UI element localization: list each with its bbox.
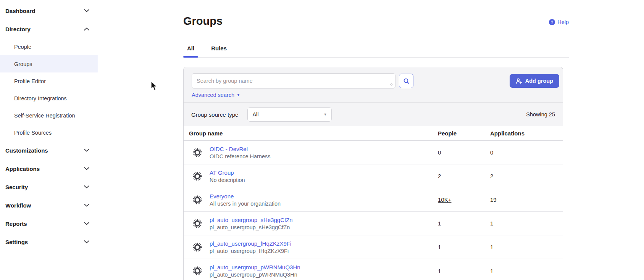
main-content: Groups ? Help All Rules — [98, 0, 644, 280]
help-label: Help — [557, 19, 569, 25]
table-header: Group name People Applications — [184, 126, 563, 141]
sidebar-item-security[interactable]: Security — [0, 178, 98, 196]
sidebar-item-directory[interactable]: Directory — [0, 20, 98, 38]
resize-handle-icon[interactable] — [389, 82, 393, 86]
applications-count: 1 — [490, 220, 563, 227]
add-group-button[interactable]: Add group — [510, 74, 559, 88]
tab-bar: All Rules — [183, 43, 569, 58]
sidebar-item-dashboard[interactable]: Dashboard — [0, 2, 98, 20]
column-header-applications: Applications — [490, 130, 563, 137]
sidebar-item-settings[interactable]: Settings — [0, 233, 98, 251]
sidebar-item-label: Customizations — [5, 147, 48, 154]
groups-table: Group name People Applications OIDC - De… — [184, 126, 563, 280]
table-row: pl_auto_usergroup_pWRNMuQ3Hn pl_auto_use… — [184, 259, 563, 280]
app-window: Dashboard Directory People Groups Profil… — [0, 0, 644, 280]
group-icon — [192, 242, 203, 253]
search-icon — [403, 78, 410, 84]
caret-down-icon: ▼ — [323, 113, 327, 116]
group-source-type-label: Group source type — [191, 111, 238, 118]
people-count: 2 — [438, 173, 490, 179]
tab-all[interactable]: All — [183, 43, 198, 57]
applications-count: 1 — [490, 268, 563, 274]
applications-count: 0 — [490, 149, 563, 156]
caret-down-icon: ▼ — [237, 93, 240, 97]
group-icon — [192, 171, 203, 182]
people-count: 1 — [438, 220, 490, 227]
help-link[interactable]: ? Help — [549, 19, 569, 25]
advanced-search-label: Advanced search — [192, 92, 234, 98]
sidebar-item-label: Settings — [5, 239, 28, 245]
chevron-down-icon — [84, 167, 89, 170]
sidebar-item-customizations[interactable]: Customizations — [0, 141, 98, 159]
chevron-down-icon — [84, 185, 89, 188]
people-count: 1 — [438, 244, 490, 250]
group-description: pl_auto_usergroup_fHqZKzX9Fi — [210, 248, 291, 254]
group-name-link[interactable]: pl_auto_usergroup_sHe3ggCfZn — [210, 217, 293, 223]
sidebar-item-label: Dashboard — [5, 8, 35, 14]
add-group-label: Add group — [525, 78, 553, 84]
table-row: pl_auto_usergroup_sHe3ggCfZn pl_auto_use… — [184, 212, 563, 235]
group-name-link[interactable]: pl_auto_usergroup_fHqZKzX9Fi — [210, 240, 291, 247]
group-name-link[interactable]: OIDC - DevRel — [210, 146, 271, 152]
group-icon — [192, 195, 203, 205]
chevron-up-icon — [84, 27, 89, 31]
chevron-down-icon — [84, 9, 89, 12]
group-description: OIDC reference Harness — [210, 153, 271, 159]
table-row: AT Group No description 2 2 — [184, 164, 563, 188]
group-source-type-select[interactable]: All ▼ — [247, 107, 332, 122]
column-header-group-name: Group name — [184, 130, 438, 137]
sidebar-item-label: Workflow — [5, 202, 31, 209]
help-question-icon: ? — [549, 19, 555, 25]
sidebar-item-profile-editor[interactable]: Profile Editor — [0, 72, 98, 90]
sidebar-item-reports[interactable]: Reports — [0, 214, 98, 233]
filter-bar: Group source type All ▼ Showing 25 — [184, 102, 563, 126]
add-person-icon — [516, 78, 522, 84]
sidebar: Dashboard Directory People Groups Profil… — [0, 0, 98, 280]
chevron-down-icon — [84, 222, 89, 225]
people-count: 1 — [438, 268, 490, 274]
advanced-search-link[interactable]: Advanced search ▼ — [192, 92, 240, 98]
sidebar-item-applications[interactable]: Applications — [0, 159, 98, 178]
search-section: Add group Advanced search ▼ — [184, 67, 563, 102]
sidebar-item-self-service-registration[interactable]: Self-Service Registration — [0, 107, 98, 124]
showing-count: Showing 25 — [526, 111, 555, 117]
table-row: OIDC - DevRel OIDC reference Harness 0 0 — [184, 141, 563, 164]
group-description: All users in your organization — [210, 201, 281, 207]
sidebar-item-workflow[interactable]: Workflow — [0, 196, 98, 214]
applications-count: 19 — [490, 196, 563, 203]
table-row: pl_auto_usergroup_fHqZKzX9Fi pl_auto_use… — [184, 235, 563, 259]
people-count-link[interactable]: 10K+ — [438, 196, 490, 203]
select-value: All — [252, 111, 258, 117]
groups-panel: Add group Advanced search ▼ Group source… — [183, 67, 563, 280]
group-icon — [192, 266, 203, 276]
chevron-down-icon — [84, 240, 89, 243]
sidebar-item-label: Applications — [5, 166, 40, 172]
group-description: pl_auto_usergroup_sHe3ggCfZn — [210, 224, 293, 230]
search-input[interactable] — [192, 73, 395, 89]
group-name-link[interactable]: AT Group — [210, 169, 245, 176]
group-name-link[interactable]: pl_auto_usergroup_pWRNMuQ3Hn — [210, 264, 300, 270]
tab-rules[interactable]: Rules — [207, 43, 231, 57]
group-description: No description — [210, 177, 245, 183]
chevron-down-icon — [84, 204, 89, 207]
column-header-people: People — [438, 130, 490, 137]
sidebar-item-people[interactable]: People — [0, 38, 98, 55]
group-name-link[interactable]: Everyone — [210, 193, 281, 200]
page-header: Groups ? Help — [183, 0, 569, 28]
chevron-down-icon — [84, 149, 89, 152]
table-row: Everyone All users in your organization … — [184, 188, 563, 212]
group-description: pl_auto_usergroup_pWRNMuQ3Hn — [210, 272, 300, 278]
sidebar-item-label: Reports — [5, 220, 27, 227]
sidebar-item-directory-integrations[interactable]: Directory Integrations — [0, 90, 98, 107]
applications-count: 2 — [490, 173, 563, 179]
search-button[interactable] — [399, 74, 413, 88]
sidebar-item-label: Directory — [5, 26, 31, 32]
applications-count: 1 — [490, 244, 563, 250]
sidebar-item-groups[interactable]: Groups — [0, 55, 98, 72]
sidebar-item-label: Security — [5, 184, 28, 190]
group-icon — [192, 218, 203, 229]
page-title: Groups — [183, 14, 223, 28]
people-count: 0 — [438, 149, 490, 156]
sidebar-item-profile-sources[interactable]: Profile Sources — [0, 124, 98, 141]
group-icon — [192, 147, 203, 158]
